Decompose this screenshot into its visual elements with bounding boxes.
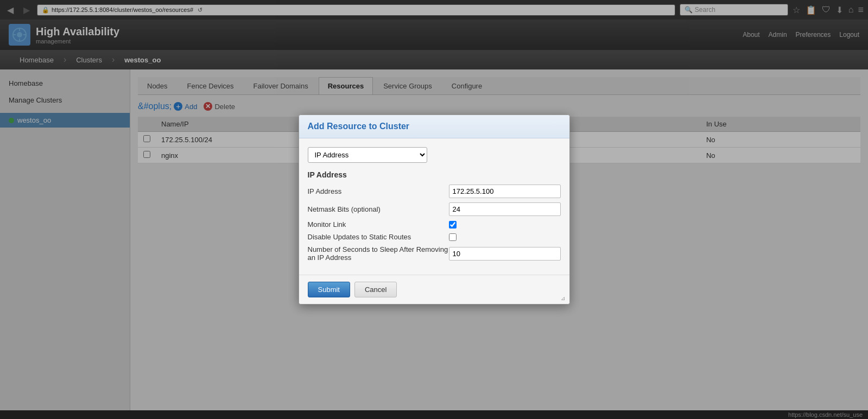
netmask-label: Netmask Bits (optional) bbox=[308, 205, 449, 213]
ip-address-input[interactable] bbox=[449, 185, 561, 198]
monitor-link-row: Monitor Link bbox=[308, 220, 561, 228]
netmask-row: Netmask Bits (optional) bbox=[308, 202, 561, 216]
modal-body: IP Address Script FS NFS Mount NFS Expor… bbox=[299, 138, 569, 275]
ip-address-label: IP Address bbox=[308, 187, 449, 195]
modal-overlay: Add Resource to Cluster IP Address Scrip… bbox=[0, 0, 868, 419]
monitor-link-checkbox[interactable] bbox=[449, 221, 457, 228]
disable-updates-row: Disable Updates to Static Routes bbox=[308, 233, 561, 241]
netmask-input[interactable] bbox=[449, 202, 561, 216]
sleep-seconds-input[interactable] bbox=[449, 247, 561, 261]
modal-footer: Submit Cancel bbox=[299, 275, 569, 304]
cancel-button[interactable]: Cancel bbox=[354, 282, 397, 297]
modal-resize-handle[interactable]: ⊿ bbox=[561, 295, 567, 302]
modal-section-title: IP Address bbox=[308, 170, 561, 179]
monitor-link-label: Monitor Link bbox=[308, 220, 449, 228]
submit-button[interactable]: Submit bbox=[308, 282, 350, 297]
modal-title: Add Resource to Cluster bbox=[308, 122, 410, 131]
add-resource-modal: Add Resource to Cluster IP Address Scrip… bbox=[299, 115, 570, 304]
disable-updates-label: Disable Updates to Static Routes bbox=[308, 233, 449, 241]
disable-updates-checkbox[interactable] bbox=[449, 233, 457, 241]
resource-type-select[interactable]: IP Address Script FS NFS Mount NFS Expor… bbox=[308, 147, 427, 163]
sleep-seconds-row: Number of Seconds to Sleep After Removin… bbox=[308, 245, 561, 262]
sleep-seconds-label: Number of Seconds to Sleep After Removin… bbox=[308, 245, 449, 262]
ip-address-row: IP Address bbox=[308, 185, 561, 198]
modal-header: Add Resource to Cluster bbox=[299, 115, 569, 138]
